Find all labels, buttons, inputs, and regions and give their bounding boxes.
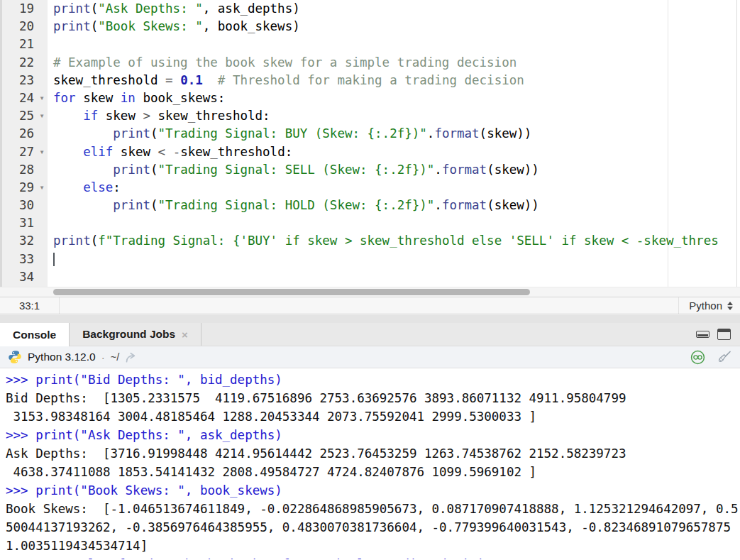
editor-line[interactable]: 24▾for skew in book_skews:: [0, 89, 740, 107]
console-line: Book Skews: [-1.046513674611849, -0.0228…: [6, 500, 740, 518]
line-number: 30: [0, 197, 34, 214]
maximize-pane-icon[interactable]: [717, 329, 731, 340]
code-text: print("Trading Signal: HOLD (Skew: {:.2f…: [0, 197, 740, 214]
code-text: # Example of using the book skew for a s…: [0, 54, 740, 72]
source-editor[interactable]: 19print("Ask Depths: ", ask_depths)20pri…: [0, 0, 740, 287]
editor-statusbar: 33:1 Python: [0, 297, 740, 314]
interpreter-label: Python 3.12.0: [28, 351, 96, 363]
fold-toggle-icon[interactable]: ▾: [35, 89, 48, 107]
hscrollbar-thumb[interactable]: [53, 289, 530, 295]
minimize-pane-icon[interactable]: [696, 331, 709, 338]
editor-line[interactable]: 31: [0, 214, 740, 232]
editor-lines: 19print("Ask Depths: ", ask_depths)20pri…: [0, 0, 740, 286]
line-number: 19: [0, 0, 34, 18]
code-text: skew_threshold = 0.1 # Threshold for mak…: [0, 72, 740, 89]
editor-line[interactable]: 25▾ if skew > skew_threshold:: [0, 107, 740, 125]
tab-background-jobs-label: Background Jobs: [82, 328, 175, 341]
working-directory[interactable]: ~/: [111, 351, 120, 363]
line-number: 28: [0, 161, 34, 179]
editor-line[interactable]: 19print("Ask Depths: ", ask_depths): [0, 0, 740, 18]
editor-line[interactable]: 34: [0, 268, 740, 286]
code-text: [0, 251, 740, 268]
console-line: Ask Depths: [3716.91998448 4214.95614442…: [6, 444, 740, 463]
line-number: 21: [0, 35, 34, 53]
language-label: Python: [689, 297, 722, 314]
console-output[interactable]: >>> print("Bid Depths: ", bid_depths)Bid…: [0, 368, 740, 559]
editor-line[interactable]: 28 print("Trading Signal: SELL (Skew: {:…: [0, 161, 740, 179]
console-line: 1.0035119434534714]: [6, 537, 740, 555]
editor-line[interactable]: 27▾ elif skew < -skew_threshold:: [0, 143, 740, 161]
code-text: print(f"Trading Signal: {'BUY' if skew >…: [0, 232, 740, 250]
tabbar-spacer: [201, 323, 696, 346]
console-pane: Console Background Jobs × Python 3.12.0 …: [0, 323, 740, 560]
toolbar-separator-dot: ·: [101, 351, 105, 363]
editor-line[interactable]: 21: [0, 35, 740, 53]
tab-close-icon[interactable]: ×: [182, 329, 188, 341]
rstudio-window: 19print("Ask Depths: ", ask_depths)20pri…: [0, 0, 740, 560]
console-line: 3153.98348164 3004.48185464 1288.2045334…: [6, 407, 740, 426]
line-number: 34: [0, 268, 34, 286]
editor-line[interactable]: 29▾ else:: [0, 179, 740, 197]
line-number: 22: [0, 54, 34, 72]
editor-line[interactable]: 32print(f"Trading Signal: {'BUY' if skew…: [0, 232, 740, 250]
line-number: 33: [0, 251, 34, 268]
fold-toggle-icon[interactable]: ▾: [35, 179, 48, 197]
infinity-status-icon[interactable]: [690, 350, 705, 365]
line-number: 20: [0, 18, 34, 35]
console-line: 4638.37411088 1853.54141432 2808.4958472…: [6, 463, 740, 481]
fold-toggle-icon[interactable]: ▾: [35, 107, 48, 125]
console-line: >>> print("Bid Depths: ", bid_depths): [6, 370, 740, 389]
line-number: 24: [0, 89, 34, 107]
code-text: print("Trading Signal: SELL (Skew: {:.2f…: [0, 161, 740, 179]
console-line: Bid Depths: [1305.2331575 4119.67516896 …: [6, 389, 740, 407]
line-number: 29: [0, 179, 34, 197]
console-toolbar: Python 3.12.0 · ~/: [0, 346, 740, 368]
tab-background-jobs[interactable]: Background Jobs ×: [70, 323, 201, 346]
editor-line[interactable]: 33: [0, 251, 740, 268]
external-link-arrow-icon[interactable]: [125, 351, 138, 363]
pane-divider[interactable]: [0, 315, 740, 323]
editor-line[interactable]: 22# Example of using the book skew for a…: [0, 54, 740, 72]
code-text: elif skew < -skew_threshold:: [0, 143, 740, 161]
cursor-position[interactable]: 33:1: [0, 297, 60, 314]
text-cursor: [53, 253, 55, 266]
console-line: >>> print("Book Skews: ", book_skews): [6, 481, 740, 500]
code-text: print("Book Skews: ", book_skews): [0, 18, 740, 35]
line-number: 31: [0, 214, 34, 232]
line-number: 26: [0, 125, 34, 143]
python-logo-icon: [8, 350, 22, 364]
code-text: if skew > skew_threshold:: [0, 107, 740, 125]
line-number: 23: [0, 72, 34, 89]
editor-line[interactable]: 26 print("Trading Signal: BUY (Skew: {:.…: [0, 125, 740, 143]
clear-console-broom-icon[interactable]: [717, 350, 732, 364]
console-line: >>> print("Ask Depths: ", ask_depths): [6, 426, 740, 444]
code-text: else:: [0, 179, 740, 197]
editor-line[interactable]: 20print("Book Skews: ", book_skews): [0, 18, 740, 35]
console-line: 50044137193262, -0.3856976464385955, 0.4…: [6, 518, 740, 537]
line-number: 32: [0, 232, 34, 250]
code-text: print("Ask Depths: ", ask_depths): [0, 0, 740, 18]
language-selector[interactable]: Python: [678, 297, 740, 314]
console-tabbar: Console Background Jobs ×: [0, 323, 740, 346]
line-number: 25: [0, 107, 34, 125]
editor-line[interactable]: 23skew_threshold = 0.1 # Threshold for m…: [0, 72, 740, 89]
line-number: 27: [0, 143, 34, 161]
tab-console[interactable]: Console: [0, 323, 70, 346]
code-text: for skew in book_skews:: [0, 89, 740, 107]
code-text: print("Trading Signal: BUY (Skew: {:.2f}…: [0, 125, 740, 143]
spinner-arrows-icon: [727, 302, 733, 310]
fold-toggle-icon[interactable]: ▾: [35, 143, 48, 161]
tab-console-label: Console: [13, 329, 56, 341]
editor-hscrollbar[interactable]: [0, 287, 740, 297]
editor-line[interactable]: 30 print("Trading Signal: HOLD (Skew: {:…: [0, 197, 740, 214]
console-line: >>> # Example of using the book skew for…: [6, 555, 740, 559]
